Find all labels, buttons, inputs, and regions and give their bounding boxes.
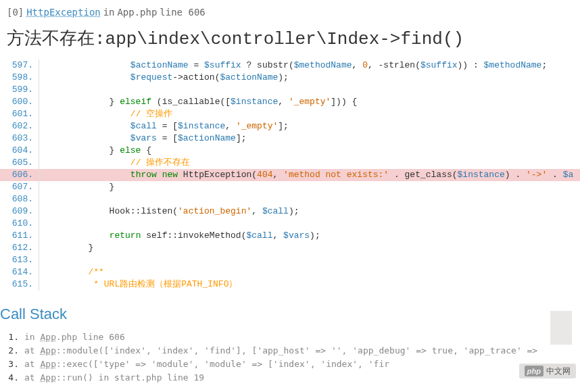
line-number: 614. — [0, 266, 39, 278]
line-number: 606. — [0, 169, 39, 181]
stack-text: at App::exec(['type' => 'module', 'modul… — [24, 358, 389, 371]
code-line: 608. — [0, 193, 580, 205]
line-number: 611. — [0, 230, 39, 242]
stack-number: 2. — [8, 344, 24, 358]
code-content: /** — [39, 266, 104, 278]
stack-number: 3. — [8, 358, 24, 371]
stack-text: at App::run() in start.php line 19 — [24, 371, 204, 385]
code-content — [39, 218, 46, 230]
line-number: 598. — [0, 72, 39, 84]
code-line: 598. $request->action($actionName); — [0, 72, 580, 84]
line-number: 602. — [0, 120, 39, 132]
line-number: 613. — [0, 254, 39, 266]
call-stack-header: Call Stack — [0, 291, 580, 330]
exception-in: in — [103, 7, 115, 18]
code-line: 610. — [0, 218, 580, 230]
line-number: 609. — [0, 205, 39, 218]
line-number: 605. — [0, 157, 39, 169]
code-content: Hook::listen('action_begin', $call); — [39, 205, 299, 218]
code-content: } — [39, 242, 93, 254]
code-line: 614. /** — [0, 266, 580, 278]
stack-line: 3.at App::exec(['type' => 'module', 'mod… — [8, 358, 580, 371]
code-line: 599. — [0, 84, 580, 96]
exception-class-link[interactable]: HttpException — [26, 7, 101, 18]
stack-line: 4.at App::run() in start.php line 19 — [8, 371, 580, 385]
exception-index: [0] — [7, 7, 24, 18]
code-content: return self::invokeMethod($call, $vars); — [39, 230, 320, 242]
code-content: throw new HttpException(404, 'method not… — [39, 169, 573, 181]
code-content — [39, 84, 46, 96]
code-content: $actionName = $suffix ? substr($methodNa… — [39, 59, 547, 72]
stack-line: 1.in App.php line 606 — [8, 330, 580, 344]
line-number: 603. — [0, 132, 39, 145]
code-line: 607. } — [0, 181, 580, 193]
code-line: 600. } elseif (is_callable([$instance, '… — [0, 96, 580, 108]
code-line: 609. Hook::listen('action_begin', $call)… — [0, 205, 580, 218]
code-line: 605. // 操作不存在 — [0, 157, 580, 169]
stack-number: 1. — [8, 330, 24, 344]
line-number: 601. — [0, 108, 39, 120]
code-content — [39, 193, 46, 205]
code-line: 611. return self::invokeMethod($call, $v… — [0, 230, 580, 242]
call-stack-list: 1.in App.php line 6062.at App::module(['… — [0, 330, 580, 385]
code-content — [39, 254, 46, 266]
stack-text: at App::module(['index', 'index', 'find'… — [24, 344, 537, 358]
exception-file: App.php — [117, 7, 157, 18]
code-content: } elseif (is_callable([$instance, '_empt… — [39, 96, 357, 108]
line-number: 615. — [0, 278, 39, 291]
exception-header: [0] HttpException in App.php line 606 — [0, 0, 580, 22]
code-content: $request->action($actionName); — [39, 72, 289, 84]
line-number: 607. — [0, 181, 39, 193]
exception-line: line 606 — [160, 7, 205, 18]
code-line: 603. $vars = [$actionName]; — [0, 132, 580, 145]
code-line: 601. // 空操作 — [0, 108, 580, 120]
line-number: 604. — [0, 145, 39, 157]
stack-line: 2.at App::module(['index', 'index', 'fin… — [8, 344, 580, 358]
code-line: 602. $call = [$instance, '_empty']; — [0, 120, 580, 132]
line-number: 610. — [0, 218, 39, 230]
exception-title: 方法不存在:app\index\controller\Index->find() — [0, 22, 580, 59]
code-content: // 操作不存在 — [39, 157, 190, 169]
php-icon: php — [525, 366, 543, 377]
line-number: 612. — [0, 242, 39, 254]
brand-badge[interactable]: php 中文网 — [519, 364, 576, 378]
code-line: 613. — [0, 254, 580, 266]
line-number: 608. — [0, 193, 39, 205]
line-number: 599. — [0, 84, 39, 96]
line-number: 597. — [0, 59, 39, 72]
stack-number: 4. — [8, 371, 24, 385]
code-content: // 空操作 — [39, 108, 172, 120]
code-content: * URL路由检测（根据PATH_INFO） — [39, 278, 237, 291]
code-content: } else { — [39, 145, 151, 157]
stack-text: in App.php line 606 — [24, 330, 125, 344]
code-content: $vars = [$actionName]; — [39, 132, 247, 145]
code-line: 604. } else { — [0, 145, 580, 157]
code-line: 597. $actionName = $suffix ? substr($met… — [0, 59, 580, 72]
code-line: 612. } — [0, 242, 580, 254]
code-line: 606. throw new HttpException(404, 'metho… — [0, 169, 580, 181]
code-content: } — [39, 181, 114, 193]
scroll-top-button[interactable] — [550, 311, 572, 345]
code-content: $call = [$instance, '_empty']; — [39, 120, 289, 132]
line-number: 600. — [0, 96, 39, 108]
source-code-block: 597. $actionName = $suffix ? substr($met… — [0, 59, 580, 291]
brand-text: 中文网 — [546, 365, 571, 377]
code-line: 615. * URL路由检测（根据PATH_INFO） — [0, 278, 580, 291]
